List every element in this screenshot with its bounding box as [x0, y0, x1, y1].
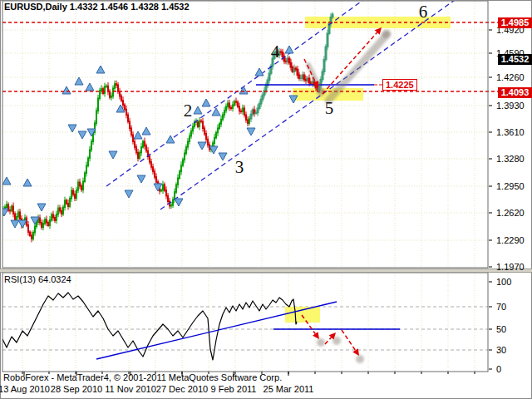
price-axis-label: 1.4260: [496, 72, 525, 82]
price-axis-label: 1.3280: [496, 154, 525, 164]
date-axis-label: 9 Feb 2011: [211, 384, 257, 394]
rsi-axis-label: 30: [496, 345, 506, 355]
copyright-text: RoboForex - MetaTrader4, © 2001-2011 Met…: [3, 372, 282, 382]
price-axis-label: 1.3930: [496, 101, 525, 111]
rsi-axis-label: 0: [496, 364, 501, 374]
date-axis-label: 13 Aug 2010: [0, 384, 50, 394]
price-axis-label: 1.2950: [496, 181, 525, 191]
panel-separator[interactable]: [0, 268, 532, 273]
date-axis-label: 11 Nov 2010: [105, 384, 156, 394]
rsi-indicator-label: RSI(13) 64.0324: [4, 274, 71, 284]
date-axis-label: 28 Sep 2010: [51, 384, 102, 394]
main-chart-area[interactable]: [2, 1, 488, 268]
wave-number-label: 6: [419, 2, 428, 22]
price-level-label-1.4225: 1.4225: [382, 79, 417, 91]
current-price-box: 1.4532: [498, 54, 532, 65]
alert-price-box: 1.4985: [498, 17, 532, 28]
price-axis-label: 1.2620: [496, 208, 525, 218]
rsi-axis-label: 70: [496, 302, 506, 312]
wave-number-label: 2: [184, 101, 193, 121]
wave-number-label: 4: [271, 42, 280, 62]
wave-number-label: 5: [325, 98, 334, 119]
price-axis-label: 1.3610: [496, 127, 525, 137]
rsi-axis-label: 50: [496, 324, 506, 334]
price-axis-label: 1.2290: [496, 235, 525, 245]
mt4-chart-window: EURUSD,Daily 1.4332 1.4546 1.4328 1.4532…: [0, 0, 532, 399]
rsi-axis-label: 100: [496, 277, 511, 287]
chart-title: EURUSD,Daily 1.4332 1.4546 1.4328 1.4532: [4, 2, 190, 12]
alert-price-box: 1.4093: [498, 87, 532, 98]
price-axis-label: 1.1970: [496, 262, 525, 272]
date-axis-label: 27 Dec 2010: [156, 384, 208, 394]
rsi-chart-area[interactable]: [2, 273, 488, 372]
wave-number-label: 3: [235, 157, 244, 178]
date-axis-label: 25 Mar 2011: [264, 384, 314, 394]
